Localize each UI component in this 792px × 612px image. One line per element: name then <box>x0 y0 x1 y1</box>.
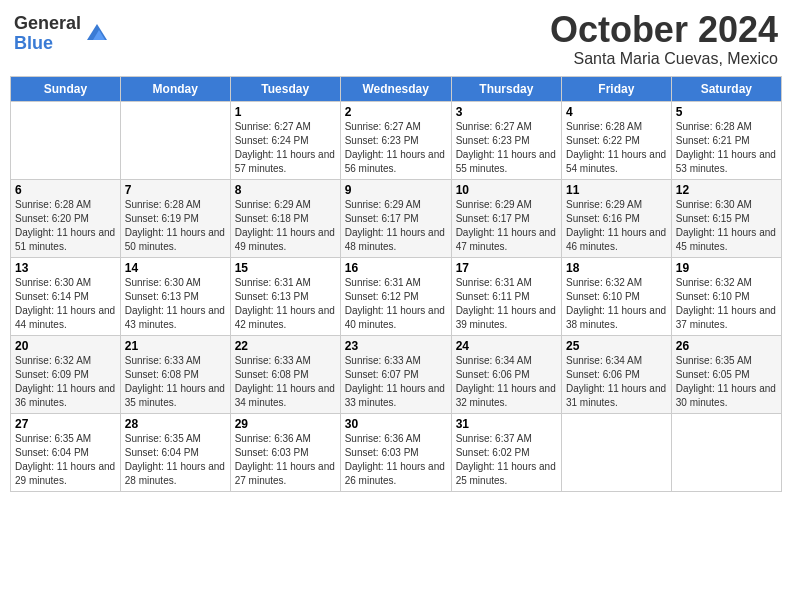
day-number: 15 <box>235 261 336 275</box>
day-info: Sunrise: 6:32 AM Sunset: 6:10 PM Dayligh… <box>566 276 667 332</box>
calendar-week-row: 27Sunrise: 6:35 AM Sunset: 6:04 PM Dayli… <box>11 413 782 491</box>
calendar-cell: 3Sunrise: 6:27 AM Sunset: 6:23 PM Daylig… <box>451 101 561 179</box>
location: Santa Maria Cuevas, Mexico <box>550 50 778 68</box>
day-info: Sunrise: 6:34 AM Sunset: 6:06 PM Dayligh… <box>566 354 667 410</box>
day-info: Sunrise: 6:33 AM Sunset: 6:07 PM Dayligh… <box>345 354 447 410</box>
calendar-week-row: 20Sunrise: 6:32 AM Sunset: 6:09 PM Dayli… <box>11 335 782 413</box>
day-info: Sunrise: 6:27 AM Sunset: 6:23 PM Dayligh… <box>456 120 557 176</box>
calendar-cell: 19Sunrise: 6:32 AM Sunset: 6:10 PM Dayli… <box>671 257 781 335</box>
day-number: 7 <box>125 183 226 197</box>
month-title: October 2024 <box>550 10 778 50</box>
day-info: Sunrise: 6:29 AM Sunset: 6:18 PM Dayligh… <box>235 198 336 254</box>
day-number: 19 <box>676 261 777 275</box>
day-info: Sunrise: 6:32 AM Sunset: 6:10 PM Dayligh… <box>676 276 777 332</box>
calendar-day-header: Friday <box>561 76 671 101</box>
calendar-cell: 28Sunrise: 6:35 AM Sunset: 6:04 PM Dayli… <box>120 413 230 491</box>
day-number: 29 <box>235 417 336 431</box>
day-number: 25 <box>566 339 667 353</box>
day-info: Sunrise: 6:29 AM Sunset: 6:16 PM Dayligh… <box>566 198 667 254</box>
day-number: 31 <box>456 417 557 431</box>
day-number: 18 <box>566 261 667 275</box>
day-number: 16 <box>345 261 447 275</box>
calendar-cell: 1Sunrise: 6:27 AM Sunset: 6:24 PM Daylig… <box>230 101 340 179</box>
calendar-cell: 21Sunrise: 6:33 AM Sunset: 6:08 PM Dayli… <box>120 335 230 413</box>
day-info: Sunrise: 6:28 AM Sunset: 6:19 PM Dayligh… <box>125 198 226 254</box>
calendar-cell: 9Sunrise: 6:29 AM Sunset: 6:17 PM Daylig… <box>340 179 451 257</box>
calendar-cell: 17Sunrise: 6:31 AM Sunset: 6:11 PM Dayli… <box>451 257 561 335</box>
day-info: Sunrise: 6:27 AM Sunset: 6:23 PM Dayligh… <box>345 120 447 176</box>
logo-icon <box>83 20 111 48</box>
day-info: Sunrise: 6:30 AM Sunset: 6:14 PM Dayligh… <box>15 276 116 332</box>
day-number: 22 <box>235 339 336 353</box>
logo-blue-text: Blue <box>14 34 81 54</box>
calendar-week-row: 6Sunrise: 6:28 AM Sunset: 6:20 PM Daylig… <box>11 179 782 257</box>
day-number: 4 <box>566 105 667 119</box>
calendar-header-row: SundayMondayTuesdayWednesdayThursdayFrid… <box>11 76 782 101</box>
calendar-cell: 7Sunrise: 6:28 AM Sunset: 6:19 PM Daylig… <box>120 179 230 257</box>
calendar-cell: 24Sunrise: 6:34 AM Sunset: 6:06 PM Dayli… <box>451 335 561 413</box>
calendar-day-header: Wednesday <box>340 76 451 101</box>
day-info: Sunrise: 6:31 AM Sunset: 6:11 PM Dayligh… <box>456 276 557 332</box>
day-number: 27 <box>15 417 116 431</box>
day-info: Sunrise: 6:30 AM Sunset: 6:13 PM Dayligh… <box>125 276 226 332</box>
day-number: 12 <box>676 183 777 197</box>
day-number: 21 <box>125 339 226 353</box>
day-info: Sunrise: 6:28 AM Sunset: 6:22 PM Dayligh… <box>566 120 667 176</box>
calendar-table: SundayMondayTuesdayWednesdayThursdayFrid… <box>10 76 782 492</box>
day-info: Sunrise: 6:32 AM Sunset: 6:09 PM Dayligh… <box>15 354 116 410</box>
calendar-cell: 27Sunrise: 6:35 AM Sunset: 6:04 PM Dayli… <box>11 413 121 491</box>
day-number: 5 <box>676 105 777 119</box>
day-info: Sunrise: 6:36 AM Sunset: 6:03 PM Dayligh… <box>235 432 336 488</box>
day-info: Sunrise: 6:34 AM Sunset: 6:06 PM Dayligh… <box>456 354 557 410</box>
calendar-cell <box>120 101 230 179</box>
calendar-cell <box>671 413 781 491</box>
calendar-day-header: Saturday <box>671 76 781 101</box>
day-info: Sunrise: 6:31 AM Sunset: 6:12 PM Dayligh… <box>345 276 447 332</box>
day-info: Sunrise: 6:27 AM Sunset: 6:24 PM Dayligh… <box>235 120 336 176</box>
day-number: 20 <box>15 339 116 353</box>
day-number: 13 <box>15 261 116 275</box>
day-info: Sunrise: 6:33 AM Sunset: 6:08 PM Dayligh… <box>235 354 336 410</box>
calendar-cell: 29Sunrise: 6:36 AM Sunset: 6:03 PM Dayli… <box>230 413 340 491</box>
calendar-cell: 12Sunrise: 6:30 AM Sunset: 6:15 PM Dayli… <box>671 179 781 257</box>
day-number: 8 <box>235 183 336 197</box>
day-number: 2 <box>345 105 447 119</box>
day-info: Sunrise: 6:28 AM Sunset: 6:21 PM Dayligh… <box>676 120 777 176</box>
calendar-cell <box>11 101 121 179</box>
calendar-cell: 16Sunrise: 6:31 AM Sunset: 6:12 PM Dayli… <box>340 257 451 335</box>
calendar-cell: 13Sunrise: 6:30 AM Sunset: 6:14 PM Dayli… <box>11 257 121 335</box>
calendar-day-header: Thursday <box>451 76 561 101</box>
calendar-cell: 20Sunrise: 6:32 AM Sunset: 6:09 PM Dayli… <box>11 335 121 413</box>
day-number: 14 <box>125 261 226 275</box>
calendar-cell <box>561 413 671 491</box>
calendar-cell: 22Sunrise: 6:33 AM Sunset: 6:08 PM Dayli… <box>230 335 340 413</box>
day-info: Sunrise: 6:28 AM Sunset: 6:20 PM Dayligh… <box>15 198 116 254</box>
calendar-cell: 31Sunrise: 6:37 AM Sunset: 6:02 PM Dayli… <box>451 413 561 491</box>
day-number: 1 <box>235 105 336 119</box>
calendar-cell: 10Sunrise: 6:29 AM Sunset: 6:17 PM Dayli… <box>451 179 561 257</box>
calendar-cell: 30Sunrise: 6:36 AM Sunset: 6:03 PM Dayli… <box>340 413 451 491</box>
day-info: Sunrise: 6:30 AM Sunset: 6:15 PM Dayligh… <box>676 198 777 254</box>
day-number: 24 <box>456 339 557 353</box>
day-info: Sunrise: 6:31 AM Sunset: 6:13 PM Dayligh… <box>235 276 336 332</box>
day-info: Sunrise: 6:36 AM Sunset: 6:03 PM Dayligh… <box>345 432 447 488</box>
calendar-cell: 23Sunrise: 6:33 AM Sunset: 6:07 PM Dayli… <box>340 335 451 413</box>
day-number: 9 <box>345 183 447 197</box>
calendar-day-header: Monday <box>120 76 230 101</box>
calendar-cell: 25Sunrise: 6:34 AM Sunset: 6:06 PM Dayli… <box>561 335 671 413</box>
day-number: 17 <box>456 261 557 275</box>
day-number: 23 <box>345 339 447 353</box>
day-number: 10 <box>456 183 557 197</box>
calendar-cell: 11Sunrise: 6:29 AM Sunset: 6:16 PM Dayli… <box>561 179 671 257</box>
day-info: Sunrise: 6:29 AM Sunset: 6:17 PM Dayligh… <box>456 198 557 254</box>
calendar-day-header: Tuesday <box>230 76 340 101</box>
calendar-cell: 26Sunrise: 6:35 AM Sunset: 6:05 PM Dayli… <box>671 335 781 413</box>
day-info: Sunrise: 6:37 AM Sunset: 6:02 PM Dayligh… <box>456 432 557 488</box>
logo: General Blue <box>14 14 111 54</box>
calendar-cell: 14Sunrise: 6:30 AM Sunset: 6:13 PM Dayli… <box>120 257 230 335</box>
day-number: 26 <box>676 339 777 353</box>
day-number: 28 <box>125 417 226 431</box>
day-info: Sunrise: 6:35 AM Sunset: 6:04 PM Dayligh… <box>125 432 226 488</box>
day-number: 11 <box>566 183 667 197</box>
calendar-cell: 2Sunrise: 6:27 AM Sunset: 6:23 PM Daylig… <box>340 101 451 179</box>
